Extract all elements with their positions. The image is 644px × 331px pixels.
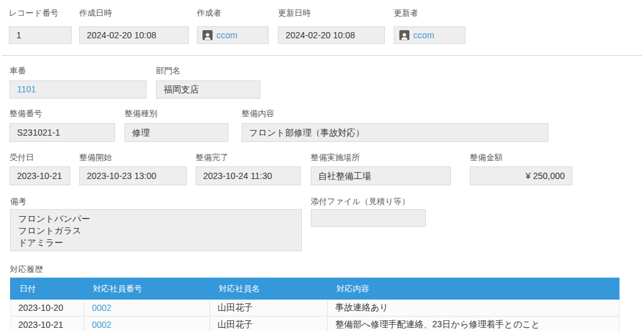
- history-table-header-row: 日付 対応社員番号 対応社員名 対応内容: [10, 278, 619, 300]
- record-number-label: レコード番号: [9, 8, 58, 19]
- employee-no-link[interactable]: 0002: [92, 320, 111, 330]
- history-title: 対応履歴: [10, 264, 43, 275]
- user-avatar-icon: [203, 30, 213, 40]
- maintenance-cost-field: ¥ 250,000: [470, 166, 572, 185]
- history-cell-employee-name: 山田花子: [210, 317, 328, 331]
- attachment-field: [311, 209, 426, 227]
- history-cell-employee-no: 0002: [84, 300, 210, 316]
- history-header-employee-name: 対応社員名: [209, 283, 327, 295]
- creator-label: 作成者: [197, 8, 221, 19]
- history-cell-content: 整備部へ修理手配連絡、23日から修理着手とのこと: [328, 317, 619, 331]
- record-detail-page: レコード番号 1 作成日時 2024-02-20 10:08 作成者 ccom …: [0, 0, 644, 331]
- maintenance-no-label: 整備番号: [9, 108, 42, 119]
- section-divider: [3, 55, 641, 56]
- remarks-field: フロントバンパー フロントガラス ドアミラー: [10, 209, 302, 251]
- history-cell-date: 2023-10-20: [11, 300, 84, 316]
- reception-date-label: 受付日: [9, 152, 34, 163]
- maintenance-end-field: 2023-10-24 11:30: [196, 166, 301, 185]
- maintenance-cost-label: 整備金額: [470, 152, 502, 163]
- maintenance-content-field: フロント部修理（事故対応）: [242, 123, 548, 142]
- history-header-date: 日付: [10, 283, 84, 295]
- maintenance-content-label: 整備内容: [242, 108, 274, 119]
- updater-user-link[interactable]: ccom: [413, 27, 434, 43]
- updated-datetime-field: 2024-02-20 10:08: [278, 26, 385, 44]
- maintenance-no-field: S231021-1: [9, 123, 115, 142]
- updater-field: ccom: [394, 26, 465, 44]
- history-cell-content: 事故連絡あり: [328, 300, 619, 316]
- history-header-content: 対応内容: [327, 283, 619, 295]
- creator-user-link[interactable]: ccom: [216, 27, 237, 43]
- maintenance-type-label: 整備種別: [125, 108, 157, 119]
- maintenance-start-label: 整備開始: [79, 152, 112, 163]
- created-datetime-label: 作成日時: [79, 8, 112, 19]
- maintenance-place-field: 自社整備工場: [311, 166, 451, 185]
- history-cell-date: 2023-10-21: [11, 317, 84, 331]
- car-number-field: 1101: [9, 80, 147, 99]
- table-row: 2023-10-21 0002 山田花子 整備部へ修理手配連絡、23日から修理着…: [10, 317, 619, 331]
- creator-field: ccom: [197, 26, 269, 44]
- history-cell-employee-no: 0002: [84, 317, 210, 331]
- history-cell-employee-name: 山田花子: [210, 300, 328, 316]
- department-label: 部門名: [156, 65, 180, 77]
- updated-datetime-label: 更新日時: [278, 8, 311, 19]
- maintenance-start-field: 2023-10-23 13:00: [79, 166, 187, 185]
- user-avatar-icon: [399, 30, 409, 40]
- car-number-label: 車番: [9, 65, 26, 77]
- maintenance-place-label: 整備実施場所: [311, 152, 360, 163]
- employee-no-link[interactable]: 0002: [92, 303, 111, 313]
- remarks-label: 備考: [10, 196, 26, 207]
- created-datetime-field: 2024-02-20 10:08: [79, 26, 189, 44]
- maintenance-end-label: 整備完了: [196, 152, 228, 163]
- department-field: 福岡支店: [156, 80, 260, 99]
- history-table: 日付 対応社員番号 対応社員名 対応内容 2023-10-20 0002 山田花…: [10, 278, 619, 331]
- reception-date-field: 2023-10-21: [9, 166, 70, 185]
- updater-label: 更新者: [394, 8, 418, 19]
- car-number-link[interactable]: 1101: [17, 84, 36, 94]
- record-number-field: 1: [9, 26, 72, 44]
- maintenance-type-field: 修理: [125, 123, 228, 142]
- table-row: 2023-10-20 0002 山田花子 事故連絡あり: [10, 300, 619, 317]
- attachment-label: 添付ファイル（見積り等）: [311, 196, 410, 207]
- history-header-employee-no: 対応社員番号: [84, 283, 209, 295]
